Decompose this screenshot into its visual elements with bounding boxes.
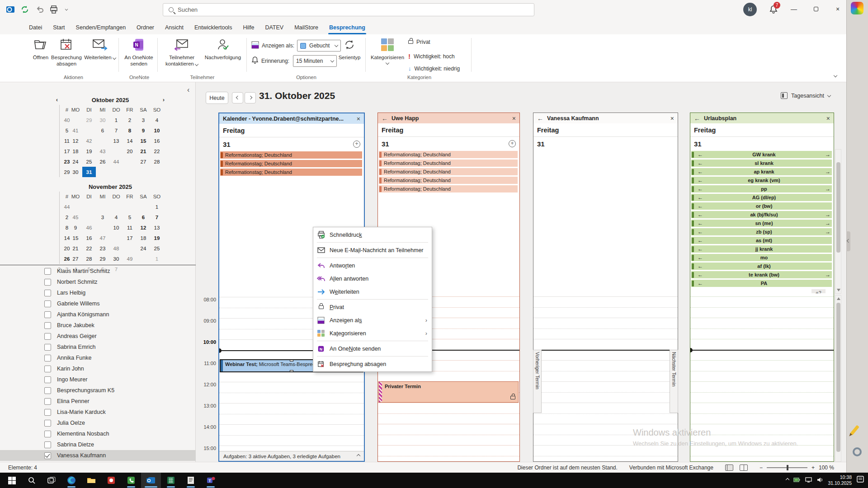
calendar-person-row[interactable]: Sabrina Dietze — [0, 439, 196, 450]
mini-calendar-day[interactable]: 11 — [65, 136, 69, 146]
back-arrow-icon[interactable]: ← — [382, 115, 388, 122]
mini-calendar-day[interactable]: 14 — [123, 136, 137, 146]
recurrence-button[interactable]: Serientyp — [335, 37, 363, 61]
mini-calendar-day[interactable]: 23 — [65, 156, 69, 167]
mini-calendar-prev-icon[interactable]: ‹ — [53, 96, 61, 103]
reading-view-icon[interactable] — [740, 465, 748, 471]
mini-calendar-day[interactable]: 27 — [137, 156, 150, 167]
all-day-event[interactable]: ←af (lk) — [691, 262, 832, 270]
calendar-person-row[interactable]: Annika Funke — [0, 352, 196, 363]
sidebar-divider[interactable] — [0, 265, 196, 265]
maximize-button[interactable] — [806, 0, 826, 18]
mini-calendar-day[interactable]: 22 — [82, 243, 96, 253]
calendar-person-row[interactable]: Norbert Schmitz — [0, 277, 196, 287]
all-day-event[interactable]: ←AG (dl/ep) — [691, 193, 832, 201]
person-checkbox[interactable] — [44, 311, 51, 318]
all-day-event[interactable]: ←ak (bj/fk/su)→ — [691, 211, 832, 218]
all-day-event[interactable]: Reformationstag; Deutschland — [220, 151, 362, 159]
all-day-event[interactable]: ←as (mt) — [691, 236, 832, 244]
calendar-person-row[interactable]: Ajantha Königsmann — [0, 309, 196, 320]
mini-calendar-day[interactable] — [96, 202, 109, 212]
context-menu-item-forward[interactable]: Weiterleiten — [313, 285, 432, 298]
mini-calendar-day[interactable]: 14 — [65, 233, 69, 243]
all-day-event[interactable]: ←GW krank→ — [691, 150, 832, 158]
all-day-section[interactable]: ←GW krank→←sl krank←ap krank→←eg krank (… — [690, 150, 834, 293]
mini-calendar-day[interactable]: 29 — [65, 167, 69, 177]
mini-calendar-day[interactable]: 24 — [69, 156, 82, 167]
calendar-person-row[interactable]: Bruce Jakubek — [0, 320, 196, 331]
mini-calendar-day[interactable] — [123, 202, 137, 212]
mini-calendar-day[interactable]: 26 — [96, 156, 109, 167]
mini-calendar-day[interactable]: 6 — [96, 125, 109, 136]
all-day-event[interactable]: Reformationstag; Deutschland — [379, 168, 518, 175]
mini-calendar-day[interactable]: 17 — [65, 146, 69, 156]
calendar-column-header[interactable]: ←Urlaubsplan× — [690, 113, 834, 123]
person-checkbox[interactable] — [44, 300, 51, 307]
calendar-person-row[interactable]: Klaus Martin Schmitz — [0, 266, 196, 277]
previous-day-button[interactable] — [232, 92, 243, 103]
mini-calendar-day[interactable]: 16 — [82, 233, 96, 243]
mini-calendar-day[interactable]: 25 — [150, 243, 164, 253]
person-checkbox[interactable] — [44, 366, 51, 372]
all-day-event[interactable]: ←or (bw) — [691, 202, 832, 210]
mini-calendar-day[interactable]: 28 — [150, 156, 164, 167]
resize-handle-top[interactable] — [290, 360, 293, 361]
zoom-slider-handle[interactable] — [787, 465, 788, 470]
all-day-event[interactable]: ←eg krank (vm) — [691, 176, 832, 184]
mini-calendar-day[interactable]: 6 — [137, 212, 150, 222]
expand-tasks-icon[interactable] — [357, 454, 360, 457]
calendar-person-row[interactable]: Sabrina Emrich — [0, 342, 196, 352]
all-day-event[interactable]: ←sl krank — [691, 159, 832, 167]
close-button[interactable]: × — [828, 0, 848, 18]
mini-calendar-day[interactable]: 17 — [123, 233, 137, 243]
all-day-event[interactable]: ←mo — [691, 253, 832, 261]
all-day-event[interactable]: ←PA — [691, 279, 832, 287]
send-receive-icon[interactable] — [20, 5, 30, 14]
all-day-event[interactable]: ←jj krank — [691, 245, 832, 253]
mini-calendar-day[interactable]: 5 — [65, 125, 69, 136]
person-checkbox[interactable] — [44, 279, 51, 286]
calendar-person-row[interactable]: Julia Oelze — [0, 418, 196, 428]
mini-calendar-day[interactable]: 3 — [137, 115, 150, 125]
collapse-ribbon-icon[interactable] — [834, 70, 837, 79]
add-appointment-icon[interactable]: + — [509, 140, 516, 147]
taskbar-task-view-icon[interactable] — [42, 473, 61, 488]
person-checkbox[interactable] — [44, 344, 51, 351]
notifications-bell-icon[interactable]: 7 — [769, 5, 778, 14]
undo-icon[interactable] — [35, 5, 45, 14]
today-button[interactable]: Heute — [206, 92, 228, 104]
all-day-event[interactable]: Reformationstag; Deutschland — [379, 185, 518, 192]
calendar-person-row[interactable]: Elina Penner — [0, 396, 196, 407]
tab-datei[interactable]: Datei — [24, 21, 47, 34]
importance-low-button[interactable]: ↓ Wichtigkeit: niedrig — [408, 65, 460, 72]
send-to-onenote-button[interactable]: N An OneNote senden — [123, 37, 155, 67]
mini-calendar-day[interactable]: 16 — [150, 136, 164, 146]
mini-calendar-day[interactable]: 13 — [150, 222, 164, 233]
context-menu-item-lock[interactable]: Privat — [313, 300, 432, 314]
mini-calendar-day[interactable] — [109, 202, 123, 212]
tab-mailstore[interactable]: MailStore — [289, 21, 324, 34]
tab-datev[interactable]: DATEV — [259, 21, 289, 34]
calendar-person-row[interactable]: Ingo Meurer — [0, 374, 196, 385]
private-button[interactable]: Privat — [408, 39, 430, 45]
next-day-button[interactable] — [245, 92, 256, 103]
tab-entwicklertools[interactable]: Entwicklertools — [189, 21, 237, 34]
calendar-person-row[interactable]: Gabriele Willems — [0, 298, 196, 309]
close-calendar-icon[interactable]: × — [512, 115, 516, 122]
taskbar-edge-icon[interactable] — [61, 473, 81, 488]
mini-calendar-day[interactable]: 19 — [150, 233, 164, 243]
all-day-event[interactable]: Reformationstag; Deutschland — [379, 159, 518, 167]
person-checkbox[interactable] — [44, 290, 51, 296]
mini-calendar-day[interactable]: 11 — [123, 222, 137, 233]
search-input[interactable]: Suchen — [163, 3, 534, 16]
mini-calendar-day[interactable]: 15 — [69, 233, 82, 243]
mini-calendar-day[interactable]: 19 — [82, 146, 96, 156]
view-selector[interactable]: Tagesansicht — [781, 92, 830, 99]
mini-calendar-day[interactable]: 18 — [137, 233, 150, 243]
cancel-meeting-button[interactable]: Besprechung absagen — [51, 37, 82, 67]
taskbar-search-icon[interactable] — [22, 473, 42, 488]
mini-calendar-day[interactable]: 23 — [96, 243, 109, 253]
context-menu-item-quickprint[interactable]: Schnelldruck — [313, 228, 432, 241]
contact-attendees-button[interactable]: Teilnehmer kontaktieren — [163, 37, 201, 67]
person-checkbox[interactable] — [44, 398, 51, 405]
